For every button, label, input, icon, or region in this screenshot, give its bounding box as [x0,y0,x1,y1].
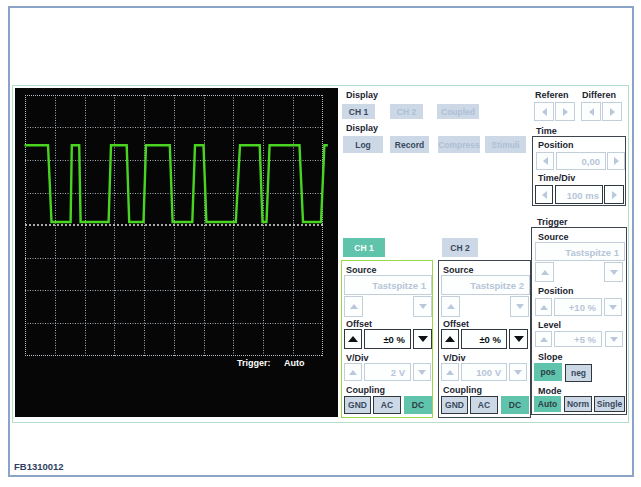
svg-text:Trigger:: Trigger: [237,358,271,368]
svg-text:Auto: Auto [284,358,305,368]
